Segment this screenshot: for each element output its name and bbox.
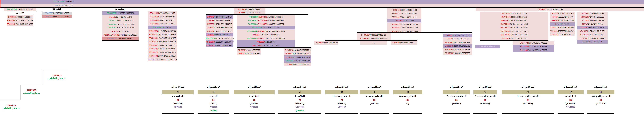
snp-cell-empty[interactable]: Ø bbox=[360, 41, 387, 44]
snp-cell-BY175658[interactable]: BY175658/17391302/15279422 bbox=[480, 29, 548, 33]
snp-cell-FT395394[interactable]: FT395394/7330801/7462760 bbox=[357, 33, 391, 37]
snp-cell-FT350302[interactable]: FT350302/14050442/11929736 bbox=[148, 29, 177, 33]
snp-cell-FGC88067[interactable]: FGC88067/22459366/20297480 bbox=[284, 59, 311, 62]
snp-cell-ZS2091[interactable]: ZS2091/18995899/16884019 bbox=[206, 29, 234, 33]
snp-cell-FGC88063[interactable]: FGC88063/13627063/11471387 bbox=[237, 26, 295, 29]
snp-cell-BY195613[interactable]: BY195613/19170360/17058480 bbox=[284, 52, 311, 56]
snp-cell-FT46087[interactable]: FT46087/7821704/7953663 bbox=[237, 52, 261, 56]
snp-cell-A20953[interactable]: A20953/2892561/3024520 bbox=[102, 15, 138, 19]
snp-cell-FT--[interactable]: FT--/28810263/26664116 bbox=[577, 40, 608, 44]
snp-cell-FTC18425[interactable]: FTC18425/2730388/2862347 bbox=[577, 12, 608, 15]
snp-cell-FTE--[interactable]: FTE--/-/10791885 bbox=[550, 22, 575, 26]
snp-cell-ZS2088[interactable]: ZS2088/14455117/12334390 bbox=[206, 19, 234, 22]
snp-cell-ZS2085[interactable]: ZS2085/8211810/8343769 bbox=[234, 11, 265, 14]
snp-cell-BY175205[interactable]: BY175205/8908589/9040548 bbox=[480, 15, 548, 19]
snp-cell-FTC35458[interactable]: FTC35458/6395068/6527027 bbox=[577, 19, 608, 22]
snp-cell-MF212278[interactable]: MF212278/17596214/15484334 bbox=[577, 29, 608, 33]
snp-cell-FT425760[interactable]: FT425760/23240104/21078218 bbox=[443, 48, 472, 51]
mutation-count-cell-1[interactable]: 49 bbox=[162, 90, 194, 94]
snp-cell-FGC68220[interactable]: FGC68220/22238078/20076192 bbox=[102, 11, 138, 15]
snp-cell-FT396029[interactable]: FT396029/16310588/14198708 bbox=[387, 22, 421, 26]
snp-cell-Y7395[interactable]: Y7395/28726565/26580418 bbox=[284, 62, 311, 66]
snp-cell-FGC68217[interactable]: FGC68217/14279926/12159220 bbox=[102, 22, 138, 26]
snp-cell-FT395186[interactable]: FT395186/5502749/5634708 bbox=[387, 8, 421, 12]
snp-cell-M8717[interactable]: M8717/8442742/8574701 bbox=[577, 22, 608, 26]
snp-cell-FT454700[interactable]: FT454700/22275711/20113825 bbox=[206, 44, 234, 47]
snp-cell-BY176337[interactable]: BY176337/22432363/20270477 bbox=[513, 48, 554, 52]
snp-cell-BY175578[interactable]: BY175578/16735301/14623421 bbox=[480, 26, 548, 29]
snp-cell-BY196122[interactable]: BY196122/22258097/20096211 bbox=[284, 56, 311, 59]
snp-cell-MF600260[interactable]: MF600260/2774864/2906823 bbox=[577, 15, 608, 19]
snp-cell-FT350337[interactable]: FT350337/16362241/14250361 bbox=[148, 33, 177, 36]
snp-cell-BY175749[interactable]: BY175749/18108503/15996623 bbox=[513, 41, 554, 45]
mutation-count-cell-11[interactable]: 42 bbox=[558, 90, 584, 94]
snp-cell-FTC34677[interactable]: FTC34677/5519787/5651746 bbox=[532, 8, 568, 11]
snp-cell-FGC83202[interactable]: FGC83202/3000838/3132797 bbox=[102, 19, 138, 22]
snp-cell-FT350351[interactable]: FT350351/17374005/15262125 bbox=[148, 36, 177, 40]
snp-cell-FTC21705[interactable]: FTC21705/21783632/19621746 bbox=[577, 36, 608, 40]
snp-cell-FT396086[interactable]: FT396086/16691679/14579799 bbox=[357, 37, 391, 40]
snp-cell-A19161[interactable]: A19161/BY26401/17242237/15130357 bbox=[102, 33, 138, 37]
snp-cell-FT431952[interactable]: FT431952/-/10804343 bbox=[475, 45, 500, 48]
snp-cell-FGC65954[interactable]: FGC65954/8145330/8277289 bbox=[4, 8, 36, 11]
snp-cell-BY195316[interactable]: BY195316/18163674/16051794 bbox=[284, 48, 311, 52]
snp-cell-BY174861[interactable]: BY174861/2795251/2927210 bbox=[480, 12, 548, 15]
snp-cell-BY222940[interactable]: BY222940/22473541/20311655 bbox=[237, 44, 295, 47]
snp-cell-FT300064[interactable]: FT300064/7098499/7230458 bbox=[550, 12, 575, 15]
snp-cell-BY189769[interactable]: BY189769/6923650/7055609 bbox=[7, 15, 33, 19]
snp-cell-BY175545[interactable]: BY175545/16452289/14340409 bbox=[480, 22, 548, 26]
snp-cell-Y526471[interactable]: Y526471/15760548/13648668 bbox=[550, 26, 575, 29]
snp-cell-FT45986[interactable]: FT45986/6408620/6540579 bbox=[237, 48, 261, 52]
snp-cell-FGC88062[interactable]: FGC88062/BY193978/9883970/10046361 bbox=[237, 22, 295, 26]
snp-cell-ZS2089[interactable]: ZS2089/14711178/12599245 bbox=[206, 22, 234, 26]
mutation-count-cell-10[interactable]: 46 bbox=[502, 90, 554, 94]
snp-cell-FT350376[interactable]: FT350376/19040881/16929001 bbox=[148, 40, 177, 43]
snp-cell-FGC8733[interactable]: FGC8733/14387822/12267118 bbox=[42, 15, 72, 18]
snp-cell-FT425836[interactable]: FT425836/28665829/26519682 bbox=[443, 51, 472, 55]
snp-cell-BY176336[interactable]: BY176336/22316504/20154618 bbox=[513, 45, 554, 48]
snp-cell-Z44386[interactable]: Z44386/15779857/13667977 bbox=[443, 37, 472, 41]
snp-cell-FT349534[interactable]: FT349534/3790988/3922947 bbox=[148, 11, 177, 15]
snp-cell-ZS2092[interactable]: ZS2092/22438183/20276297 bbox=[206, 33, 234, 36]
snp-cell-Y526331[interactable]: Y526331/18705601/16593721 bbox=[550, 29, 575, 33]
snp-cell-FTA9019[interactable]: FTA9019/23618087/21456201 bbox=[391, 41, 418, 44]
snp-cell-Y526370[interactable]: Y526370/22927017/20765131 bbox=[550, 33, 575, 36]
snp-cell-FT349794[interactable]: FT349794/4868795/5000754 bbox=[148, 15, 177, 18]
snp-cell-FT350401[interactable]: FT350401/21954604/19792718 bbox=[148, 47, 177, 50]
snp-cell-FGC88064[interactable]: FGC88064/BY194791/16483688/14371808 bbox=[237, 29, 295, 33]
snp-cell-MF76995[interactable]: MF76995/19093249/16981369 bbox=[443, 41, 472, 44]
snp-cell-Y177258[interactable]: Y177258/13670155/11514479 bbox=[577, 26, 608, 29]
snp-cell-FTA94752[interactable]: FTA94752/9504148/9666539 bbox=[550, 19, 575, 22]
snp-cell-ZS2087[interactable]: ZS2087/13670046/11514370 bbox=[206, 15, 234, 19]
subclade-band-2[interactable]: FGC8702/5995395 bbox=[0, 4, 644, 7]
snp-cell-Y526880[interactable]: Y526880/8582371/8714330 bbox=[550, 15, 575, 19]
snp-cell-ZS2090[interactable]: ZS2090/16596266/14484386 bbox=[206, 26, 234, 29]
snp-cell-YFS9327770[interactable]: YFS9327770/28601556/26455409 bbox=[148, 58, 177, 61]
snp-cell-FT395117[interactable]: FT395117/4988523/5120482 bbox=[314, 41, 338, 44]
snp-cell-FGC83209[interactable]: FGC83209/17540371/15428491 bbox=[102, 37, 138, 40]
snp-cell-FT350434[interactable]: FT350434/23806273/21644387 bbox=[148, 54, 177, 58]
snp-cell-FGC82313[interactable]: FGC82313/-/10870667 bbox=[148, 26, 177, 29]
snp-cell-FGC88060[interactable]: FGC88060/BY192908/2703386/2835345 bbox=[237, 15, 295, 19]
snp-cell-FT396238[interactable]: FT396238/17665522/15553642 bbox=[387, 26, 421, 30]
snp-cell-FT350205[interactable]: FT350205/7336121/7468080 bbox=[148, 22, 177, 26]
mutation-count-cell-6[interactable]: 43 bbox=[360, 90, 389, 94]
snp-cell-FT350397[interactable]: FT350397/21849724/19687838 bbox=[148, 43, 177, 47]
mutation-count-cell-8[interactable]: 47 bbox=[443, 90, 470, 94]
snp-cell-FGC68219[interactable]: FGC68219/21266102/19104216 bbox=[102, 26, 138, 30]
snp-cell-FGC7777[interactable]: FGC7777/5275721/5407680 bbox=[42, 12, 72, 15]
mutation-count-cell-7[interactable]: 44 bbox=[393, 90, 422, 94]
mutation-count-cell-12[interactable]: 44 bbox=[587, 90, 614, 94]
snp-cell-FT395472[interactable]: FT395472/7922243/8054202 bbox=[387, 12, 421, 15]
snp-cell-FT350051[interactable]: FT350051/5842274/5974233 bbox=[148, 18, 177, 22]
snp-cell-FGC88068[interactable]: FGC88068/BY196531/23558122/21396236 bbox=[237, 36, 295, 40]
mutation-count-cell-4[interactable]: 50 bbox=[278, 90, 321, 94]
snp-cell-A20954[interactable]: A20954/-/12373245 bbox=[102, 30, 138, 33]
snp-cell-MF11782[interactable]: MF11782/14602265/12490467 bbox=[480, 19, 548, 22]
snp-cell-Y16700[interactable]: Y16700/23467138/21305252 bbox=[480, 36, 548, 40]
snp-cell-BY175691[interactable]: BY175691/17623866/15511986 bbox=[480, 33, 548, 36]
snp-cell-FT65263[interactable]: FT65263/17825085/15713205 bbox=[7, 22, 33, 26]
snp-cell-FT350415[interactable]: FT350415/23088243/20926357 bbox=[148, 50, 177, 54]
mutation-count-cell-9[interactable]: 45 bbox=[474, 90, 497, 94]
snp-cell-FT433931[interactable]: FT433931/-/10847444 bbox=[387, 19, 421, 22]
